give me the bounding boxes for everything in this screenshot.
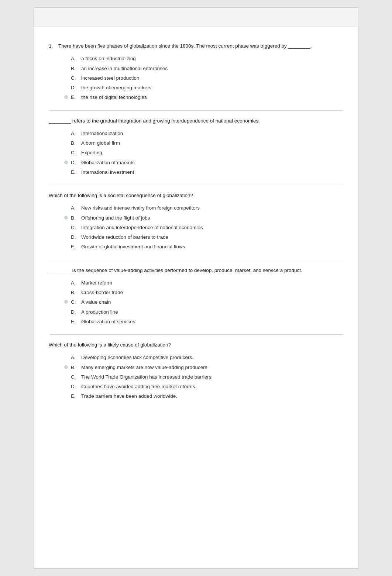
option-letter: C. bbox=[71, 149, 81, 156]
question-text-3: Which of the following is a societal con… bbox=[49, 192, 343, 199]
option-text: increased steel production bbox=[81, 75, 140, 82]
option-text: Growth of global investment and financia… bbox=[81, 243, 185, 251]
option-text: Offshoring and the flight of jobs bbox=[81, 214, 150, 222]
options-list-5: A.Developing economies lack competitive … bbox=[49, 354, 343, 400]
option-letter: E. bbox=[71, 243, 81, 251]
option-text: a focus on industrializing bbox=[81, 55, 136, 62]
option-item[interactable]: E.Growth of global investment and financ… bbox=[71, 243, 343, 251]
option-item[interactable]: A.New risks and intense rivalry from for… bbox=[71, 204, 343, 212]
option-letter: E. bbox=[71, 169, 81, 176]
option-letter: E. bbox=[71, 94, 81, 101]
header bbox=[34, 8, 358, 27]
option-letter: D. bbox=[71, 308, 81, 316]
option-item[interactable]: B.A born global firm bbox=[71, 139, 343, 147]
option-text: Market reform bbox=[81, 279, 112, 287]
option-item[interactable]: B.an increase in multinational enterpris… bbox=[71, 65, 343, 72]
option-item[interactable]: D.A production line bbox=[71, 308, 343, 316]
option-text: The World Trade Organization has increas… bbox=[81, 373, 213, 381]
option-letter: D. bbox=[71, 383, 81, 390]
selected-indicator bbox=[64, 161, 68, 164]
question-block-5: Which of the following is a likely cause… bbox=[49, 335, 343, 409]
option-item[interactable]: C.The World Trade Organization has incre… bbox=[71, 373, 343, 381]
options-list-3: A.New risks and intense rivalry from for… bbox=[49, 204, 343, 251]
question-number: 1. bbox=[49, 42, 56, 50]
option-item[interactable]: C.A value chain bbox=[71, 299, 343, 306]
option-letter: B. bbox=[71, 214, 81, 222]
option-letter: B. bbox=[71, 65, 81, 72]
option-letter: C. bbox=[71, 373, 81, 381]
options-list-2: A.InternationalizationB.A born global fi… bbox=[49, 130, 343, 176]
options-list-1: A.a focus on industrializingB.an increas… bbox=[49, 55, 343, 101]
selected-indicator bbox=[64, 365, 68, 369]
option-letter: A. bbox=[71, 279, 81, 287]
option-item[interactable]: A.Developing economies lack competitive … bbox=[71, 354, 343, 361]
option-item[interactable]: C.increased steel production bbox=[71, 75, 343, 82]
option-letter: C. bbox=[71, 224, 81, 231]
option-letter: D. bbox=[71, 159, 81, 166]
selected-indicator bbox=[64, 300, 68, 304]
option-item[interactable]: E.Trade barriers have been added worldwi… bbox=[71, 393, 343, 400]
option-item[interactable]: E.Globalization of services bbox=[71, 318, 343, 325]
option-item[interactable]: B.Offshoring and the flight of jobs bbox=[71, 214, 343, 222]
option-text: Exporting bbox=[81, 149, 102, 156]
option-letter: B. bbox=[71, 289, 81, 296]
option-letter: A. bbox=[71, 204, 81, 212]
option-text: Globalization of markets bbox=[81, 159, 135, 166]
option-text: the rise of digital technologies bbox=[81, 94, 147, 101]
selected-indicator bbox=[64, 95, 68, 99]
option-item[interactable]: D.Worldwide reduction of barriers to tra… bbox=[71, 234, 343, 241]
option-text: Many emerging markets are now value-addi… bbox=[81, 364, 209, 371]
question-block-1: 1.There have been five phases of globali… bbox=[49, 36, 343, 111]
option-text: Developing economies lack competitive pr… bbox=[81, 354, 193, 361]
options-list-4: A.Market reformB.Cross-border tradeC.A v… bbox=[49, 279, 343, 325]
option-item[interactable]: E.the rise of digital technologies bbox=[71, 94, 343, 101]
option-item[interactable]: D.Countries have avoided adding free-mar… bbox=[71, 383, 343, 390]
option-letter: C. bbox=[71, 75, 81, 82]
option-text: A production line bbox=[81, 308, 118, 316]
selected-indicator bbox=[64, 216, 68, 220]
option-letter: E. bbox=[71, 393, 81, 400]
option-item[interactable]: B.Cross-border trade bbox=[71, 289, 343, 296]
option-item[interactable]: D.the growth of emerging markets bbox=[71, 84, 343, 92]
option-item[interactable]: E.International investment bbox=[71, 169, 343, 176]
option-text: Integration and interdependence of natio… bbox=[81, 224, 203, 231]
option-text: New risks and intense rivalry from forei… bbox=[81, 204, 200, 212]
option-text: A born global firm bbox=[81, 139, 120, 147]
option-letter: A. bbox=[71, 130, 81, 137]
option-item[interactable]: A.Internationalization bbox=[71, 130, 343, 137]
content: 1.There have been five phases of globali… bbox=[34, 27, 358, 424]
option-text: the growth of emerging markets bbox=[81, 84, 151, 92]
option-letter: B. bbox=[71, 364, 81, 371]
option-item[interactable]: B.Many emerging markets are now value-ad… bbox=[71, 364, 343, 371]
option-letter: D. bbox=[71, 84, 81, 92]
question-body: There have been five phases of globaliza… bbox=[58, 42, 312, 50]
option-letter: C. bbox=[71, 299, 81, 306]
option-text: Globalization of services bbox=[81, 318, 135, 325]
question-text-1: 1.There have been five phases of globali… bbox=[49, 42, 343, 50]
option-text: A value chain bbox=[81, 299, 111, 306]
question-block-3: Which of the following is a societal con… bbox=[49, 185, 343, 260]
question-block-2: ________ refers to the gradual integrati… bbox=[49, 111, 343, 186]
option-letter: A. bbox=[71, 55, 81, 62]
option-item[interactable]: A.Market reform bbox=[71, 279, 343, 287]
option-letter: D. bbox=[71, 234, 81, 241]
option-text: Internationalization bbox=[81, 130, 123, 137]
option-item[interactable]: C.Integration and interdependence of nat… bbox=[71, 224, 343, 231]
question-block-4: ________ is the sequence of value-adding… bbox=[49, 260, 343, 335]
option-text: International investment bbox=[81, 169, 134, 176]
question-text-4: ________ is the sequence of value-adding… bbox=[49, 267, 343, 274]
page-container: 1.There have been five phases of globali… bbox=[34, 7, 358, 569]
option-text: an increase in multinational enterprises bbox=[81, 65, 168, 72]
option-item[interactable]: C.Exporting bbox=[71, 149, 343, 156]
question-text-2: ________ refers to the gradual integrati… bbox=[49, 117, 343, 125]
option-item[interactable]: A.a focus on industrializing bbox=[71, 55, 343, 62]
option-item[interactable]: D.Globalization of markets bbox=[71, 159, 343, 166]
option-letter: E. bbox=[71, 318, 81, 325]
option-text: Cross-border trade bbox=[81, 289, 123, 296]
question-text-5: Which of the following is a likely cause… bbox=[49, 341, 343, 349]
option-letter: A. bbox=[71, 354, 81, 361]
option-text: Trade barriers have been added worldwide… bbox=[81, 393, 177, 400]
option-text: Worldwide reduction of barriers to trade bbox=[81, 234, 168, 241]
option-text: Countries have avoided adding free-marke… bbox=[81, 383, 196, 390]
option-letter: B. bbox=[71, 139, 81, 147]
